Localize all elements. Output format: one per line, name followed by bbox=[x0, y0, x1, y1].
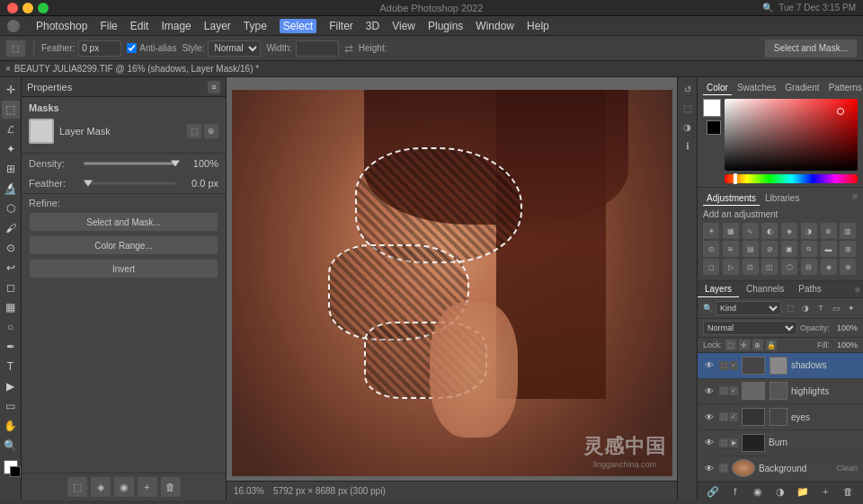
feather-input[interactable] bbox=[78, 40, 121, 57]
adj-hsl[interactable]: ◑ bbox=[801, 223, 817, 239]
menu-type[interactable]: Type bbox=[244, 20, 267, 32]
layers-tab-channels[interactable]: Channels bbox=[739, 281, 791, 297]
mask-icon-2[interactable]: ⊕ bbox=[204, 124, 218, 138]
select-mask-button[interactable]: Select and Mask... bbox=[764, 39, 858, 58]
marquee-tool[interactable]: ⬚ bbox=[2, 101, 20, 119]
layer-item-background[interactable]: 👁 ⬚ Background Clean bbox=[698, 456, 863, 482]
panel-vector-mask-btn[interactable]: ◈ bbox=[91, 477, 111, 497]
menu-photoshop[interactable]: Photoshop bbox=[36, 20, 87, 32]
color-picker-gradient[interactable] bbox=[725, 99, 858, 171]
history-brush-tool[interactable]: ↩ bbox=[2, 259, 20, 277]
adj-levels[interactable]: ▦ bbox=[723, 223, 739, 239]
mask-icon-1[interactable]: ⬚ bbox=[187, 124, 201, 138]
panel-menu-icon[interactable]: ≡ bbox=[208, 81, 220, 93]
hand-tool[interactable]: ✋ bbox=[2, 417, 20, 435]
menu-3d[interactable]: 3D bbox=[366, 20, 379, 32]
add-mask-btn[interactable]: ◉ bbox=[751, 484, 765, 499]
adjustments-tab-lib[interactable]: Libraries bbox=[761, 191, 803, 206]
adj-brightness[interactable]: ☀ bbox=[703, 223, 719, 239]
create-adjustment-btn[interactable]: ◑ bbox=[773, 484, 787, 499]
adjustments-btn[interactable]: ◑ bbox=[680, 119, 696, 135]
layers-panel-menu[interactable]: ≡ bbox=[852, 282, 863, 297]
adj-invert[interactable]: ⊘ bbox=[761, 241, 778, 257]
adj-gradient-map[interactable]: ▬ bbox=[821, 241, 837, 257]
create-group-btn[interactable]: 📁 bbox=[796, 484, 810, 499]
adj-vibrance[interactable]: ◈ bbox=[781, 223, 797, 239]
zoom-tool[interactable]: 🔍 bbox=[2, 437, 20, 455]
lock-all-btn[interactable]: 🔒 bbox=[766, 340, 777, 350]
spot-healing-tool[interactable]: ⬡ bbox=[2, 199, 20, 217]
menu-layer[interactable]: Layer bbox=[204, 20, 231, 32]
doc-close-btn[interactable]: × bbox=[5, 64, 11, 74]
layers-tab-paths[interactable]: Paths bbox=[791, 281, 829, 297]
layers-kind-select[interactable]: Kind bbox=[716, 301, 781, 315]
layer-visibility-shadows[interactable]: 👁 bbox=[703, 359, 716, 372]
history-btn[interactable]: ↺ bbox=[680, 81, 696, 97]
adj-selective-color[interactable]: ⊞ bbox=[840, 241, 856, 257]
color-tab-color[interactable]: Color bbox=[703, 81, 732, 95]
adj-threshold[interactable]: ⧈ bbox=[801, 241, 817, 257]
anti-alias-checkbox[interactable] bbox=[127, 43, 137, 53]
color-tab-gradient[interactable]: Gradient bbox=[781, 81, 823, 95]
adjustments-tab-adj[interactable]: Adjustments bbox=[703, 191, 760, 206]
adj-extra-6[interactable]: ⊟ bbox=[801, 259, 817, 275]
select-and-mask-btn[interactable]: Select and Mask... bbox=[29, 212, 218, 232]
adj-curves[interactable]: ∿ bbox=[743, 223, 759, 239]
eraser-tool[interactable]: ◻ bbox=[2, 279, 20, 296]
create-layer-btn[interactable]: + bbox=[818, 484, 832, 499]
adj-extra-1[interactable]: ◻ bbox=[703, 259, 719, 275]
density-thumb[interactable] bbox=[171, 161, 180, 167]
panel-filter-btn[interactable]: ◉ bbox=[114, 477, 134, 497]
tool-options-btn[interactable]: ⬚ bbox=[5, 40, 26, 57]
menu-file[interactable]: File bbox=[100, 20, 117, 32]
dodge-tool[interactable]: ○ bbox=[2, 318, 20, 336]
quick-select-tool[interactable]: ✦ bbox=[2, 140, 20, 158]
menu-image[interactable]: Image bbox=[161, 20, 191, 32]
color-tab-patterns[interactable]: Patterns bbox=[825, 81, 863, 95]
layers-tab-layers[interactable]: Layers bbox=[698, 281, 739, 297]
filter-type-icon[interactable]: T bbox=[814, 302, 827, 314]
foreground-color[interactable] bbox=[4, 460, 18, 474]
delete-layer-btn[interactable]: 🗑 bbox=[841, 484, 855, 499]
layer-visibility-burn[interactable]: 👁 bbox=[703, 437, 716, 449]
invert-btn[interactable]: Invert bbox=[29, 259, 218, 279]
path-select-tool[interactable]: ▶ bbox=[2, 377, 20, 395]
lock-art-boards-btn[interactable]: ⊕ bbox=[752, 340, 763, 350]
adj-posterize[interactable]: ▣ bbox=[781, 241, 797, 257]
color-tab-swatches[interactable]: Swatches bbox=[734, 81, 779, 95]
width-input[interactable] bbox=[296, 40, 339, 57]
layer-item-shadows[interactable]: 👁 ⬚ ✓ shadows bbox=[698, 353, 863, 379]
adj-channel-mixer[interactable]: ≋ bbox=[723, 241, 739, 257]
canvas-area[interactable]: 灵感中国 lingganchina.com 16.03% 5792 px × 8… bbox=[227, 77, 677, 500]
menu-view[interactable]: View bbox=[392, 20, 415, 32]
foreground-swatch[interactable] bbox=[703, 99, 721, 117]
move-tool[interactable]: ✛ bbox=[2, 81, 20, 99]
crop-tool[interactable]: ⊞ bbox=[2, 160, 20, 178]
add-style-btn[interactable]: f bbox=[728, 484, 743, 499]
adj-extra-3[interactable]: ⊡ bbox=[743, 259, 759, 275]
blend-mode-select[interactable]: Normal bbox=[703, 321, 797, 335]
type-tool[interactable]: T bbox=[2, 358, 20, 376]
layers-btn[interactable]: ⬚ bbox=[680, 100, 696, 116]
panel-pixel-mask-btn[interactable]: ⬚ bbox=[67, 477, 87, 497]
search-icon[interactable]: 🔍 bbox=[762, 3, 773, 13]
adj-exposure[interactable]: ◐ bbox=[761, 223, 778, 239]
panel-add-btn[interactable]: + bbox=[138, 477, 157, 497]
lasso-tool[interactable]: 𝓛 bbox=[2, 120, 20, 138]
adj-color-lookup[interactable]: ▤ bbox=[743, 241, 759, 257]
filter-pixel-icon[interactable]: ⬚ bbox=[784, 302, 796, 314]
menu-select[interactable]: Select bbox=[280, 19, 316, 33]
lock-pixels-btn[interactable]: ⬚ bbox=[725, 340, 736, 350]
filter-smart-icon[interactable]: ✦ bbox=[845, 302, 858, 314]
background-swatch[interactable] bbox=[707, 120, 721, 135]
layer-visibility-background[interactable]: 👁 bbox=[703, 462, 716, 474]
density-slider[interactable] bbox=[84, 157, 175, 170]
color-range-btn[interactable]: Color Range... bbox=[29, 235, 218, 255]
link-layers-btn[interactable]: 🔗 bbox=[706, 484, 720, 499]
feather-slider[interactable] bbox=[84, 177, 175, 190]
layer-item-burn[interactable]: 👁 ⬚ ▶ Burn bbox=[698, 430, 863, 456]
filter-shape-icon[interactable]: ▭ bbox=[830, 302, 842, 314]
layer-visibility-highlights[interactable]: 👁 bbox=[703, 385, 716, 397]
minimize-window-btn[interactable] bbox=[22, 3, 33, 13]
adj-panel-menu[interactable]: ≡ bbox=[852, 191, 858, 206]
